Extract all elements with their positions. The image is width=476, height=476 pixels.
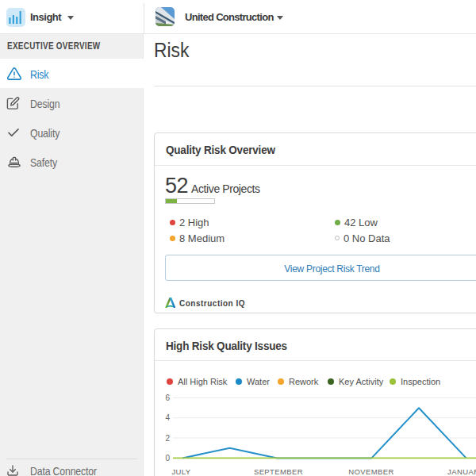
svg-text:6: 6: [165, 393, 170, 402]
svg-text:4: 4: [165, 413, 170, 422]
svg-text:JULY: JULY: [171, 467, 190, 476]
svg-text:2: 2: [165, 434, 170, 443]
svg-text:SEPTEMBER: SEPTEMBER: [254, 467, 303, 476]
svg-text:0: 0: [165, 454, 170, 463]
svg-text:JANUARY: JANUARY: [447, 467, 476, 476]
svg-text:NOVEMBER: NOVEMBER: [348, 467, 394, 476]
